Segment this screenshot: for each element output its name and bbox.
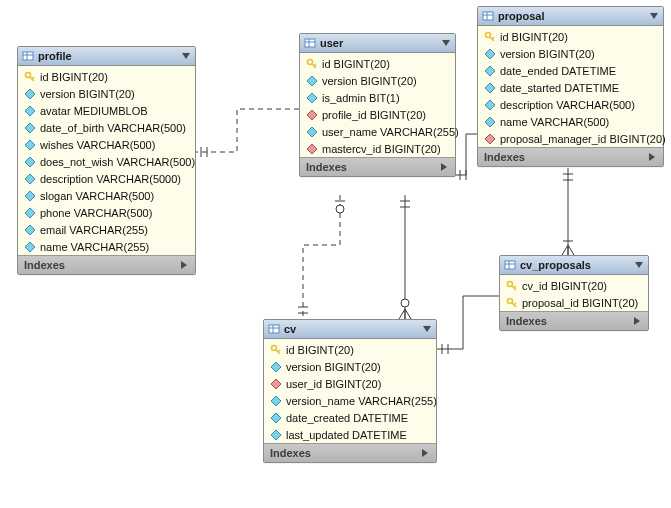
- column-label: date_started DATETIME: [500, 82, 619, 94]
- column-label: version BIGINT(20): [40, 88, 135, 100]
- column-label: date_ended DATETIME: [500, 65, 616, 77]
- collapse-icon[interactable]: [441, 38, 451, 48]
- column-row[interactable]: user_id BIGINT(20): [264, 375, 436, 392]
- column-label: mastercv_id BIGINT(20): [322, 143, 441, 155]
- column-row[interactable]: slogan VARCHAR(500): [18, 187, 195, 204]
- column-icon: [24, 105, 36, 117]
- column-row[interactable]: description VARCHAR(5000): [18, 170, 195, 187]
- column-row[interactable]: avatar MEDIUMBLOB: [18, 102, 195, 119]
- column-row[interactable]: description VARCHAR(500): [478, 96, 663, 113]
- svg-marker-72: [485, 83, 495, 93]
- indexes-section[interactable]: Indexes: [478, 147, 663, 166]
- column-row[interactable]: id BIGINT(20): [18, 68, 195, 85]
- svg-marker-35: [182, 53, 190, 59]
- svg-marker-44: [25, 174, 35, 184]
- table-user[interactable]: user id BIGINT(20)version BIGINT(20)is_a…: [299, 33, 456, 177]
- column-label: version BIGINT(20): [500, 48, 595, 60]
- table-header[interactable]: cv_proposals: [500, 256, 648, 275]
- column-row[interactable]: version BIGINT(20): [264, 358, 436, 375]
- column-row[interactable]: date_created DATETIME: [264, 409, 436, 426]
- column-row[interactable]: mastercv_id BIGINT(20): [300, 140, 455, 157]
- column-row[interactable]: id BIGINT(20): [478, 28, 663, 45]
- column-label: avatar MEDIUMBLOB: [40, 105, 148, 117]
- svg-marker-100: [634, 317, 640, 325]
- svg-point-5: [336, 205, 344, 213]
- table-header[interactable]: cv: [264, 320, 436, 339]
- column-row[interactable]: email VARCHAR(255): [18, 221, 195, 238]
- svg-line-38: [32, 77, 34, 79]
- column-row[interactable]: name VARCHAR(255): [18, 238, 195, 255]
- column-row[interactable]: last_updated DATETIME: [264, 426, 436, 443]
- column-label: proposal_manager_id BIGINT(20): [500, 133, 666, 145]
- collapse-icon[interactable]: [649, 11, 659, 21]
- column-label: version BIGINT(20): [286, 361, 381, 373]
- collapse-icon[interactable]: [422, 324, 432, 334]
- column-row[interactable]: user_name VARCHAR(255): [300, 123, 455, 140]
- column-row[interactable]: date_of_birth VARCHAR(500): [18, 119, 195, 136]
- column-row[interactable]: profile_id BIGINT(20): [300, 106, 455, 123]
- svg-marker-46: [25, 208, 35, 218]
- svg-marker-47: [25, 225, 35, 235]
- columns-list: id BIGINT(20)version BIGINT(20)user_id B…: [264, 339, 436, 443]
- svg-marker-75: [485, 134, 495, 144]
- column-row[interactable]: name VARCHAR(500): [478, 113, 663, 130]
- svg-marker-43: [25, 157, 35, 167]
- svg-marker-49: [181, 261, 187, 269]
- primary-key-icon: [270, 344, 282, 356]
- svg-line-96: [514, 286, 516, 288]
- column-row[interactable]: date_started DATETIME: [478, 79, 663, 96]
- table-icon: [22, 50, 34, 62]
- column-icon: [484, 116, 496, 128]
- column-icon: [24, 241, 36, 253]
- chevron-right-icon: [420, 448, 430, 458]
- table-profile[interactable]: profile id BIGINT(20)version BIGINT(20)a…: [17, 46, 196, 275]
- column-row[interactable]: version_name VARCHAR(255): [264, 392, 436, 409]
- column-row[interactable]: does_not_wish VARCHAR(500): [18, 153, 195, 170]
- column-row[interactable]: version BIGINT(20): [18, 85, 195, 102]
- column-icon: [270, 429, 282, 441]
- column-label: email VARCHAR(255): [40, 224, 148, 236]
- table-cv-proposals[interactable]: cv_proposals cv_id BIGINT(20)proposal_id…: [499, 255, 649, 331]
- column-icon: [24, 173, 36, 185]
- chevron-right-icon: [439, 162, 449, 172]
- column-icon: [270, 361, 282, 373]
- table-header[interactable]: proposal: [478, 7, 663, 26]
- column-label: date_created DATETIME: [286, 412, 408, 424]
- indexes-section[interactable]: Indexes: [500, 311, 648, 330]
- table-header[interactable]: user: [300, 34, 455, 53]
- column-row[interactable]: phone VARCHAR(500): [18, 204, 195, 221]
- column-label: last_updated DATETIME: [286, 429, 407, 441]
- svg-line-20: [562, 245, 568, 255]
- columns-list: id BIGINT(20)version BIGINT(20)is_admin …: [300, 53, 455, 157]
- column-row[interactable]: is_admin BIT(1): [300, 89, 455, 106]
- indexes-section[interactable]: Indexes: [300, 157, 455, 176]
- column-row[interactable]: wishes VARCHAR(500): [18, 136, 195, 153]
- column-row[interactable]: proposal_manager_id BIGINT(20): [478, 130, 663, 147]
- svg-marker-93: [635, 262, 643, 268]
- foreign-key-icon: [306, 143, 318, 155]
- column-row[interactable]: version BIGINT(20): [478, 45, 663, 62]
- relation-line-user-profile: [195, 109, 299, 152]
- indexes-section[interactable]: Indexes: [264, 443, 436, 462]
- column-row[interactable]: version BIGINT(20): [300, 72, 455, 89]
- column-row[interactable]: id BIGINT(20): [300, 55, 455, 72]
- column-icon: [484, 99, 496, 111]
- columns-list: cv_id BIGINT(20)proposal_id BIGINT(20): [500, 275, 648, 311]
- indexes-section[interactable]: Indexes: [18, 255, 195, 274]
- chevron-right-icon: [632, 316, 642, 326]
- table-proposal[interactable]: proposal id BIGINT(20)version BIGINT(20)…: [477, 6, 664, 167]
- column-row[interactable]: proposal_id BIGINT(20): [500, 294, 648, 311]
- collapse-icon[interactable]: [181, 51, 191, 61]
- table-cv[interactable]: cv id BIGINT(20)version BIGINT(20)user_i…: [263, 319, 437, 463]
- column-label: name VARCHAR(255): [40, 241, 149, 253]
- table-header[interactable]: profile: [18, 47, 195, 66]
- column-icon: [306, 126, 318, 138]
- svg-marker-80: [423, 326, 431, 332]
- collapse-icon[interactable]: [634, 260, 644, 270]
- column-row[interactable]: date_ended DATETIME: [478, 62, 663, 79]
- svg-marker-62: [441, 163, 447, 171]
- table-icon: [482, 10, 494, 22]
- indexes-label: Indexes: [270, 447, 420, 459]
- column-row[interactable]: cv_id BIGINT(20): [500, 277, 648, 294]
- column-row[interactable]: id BIGINT(20): [264, 341, 436, 358]
